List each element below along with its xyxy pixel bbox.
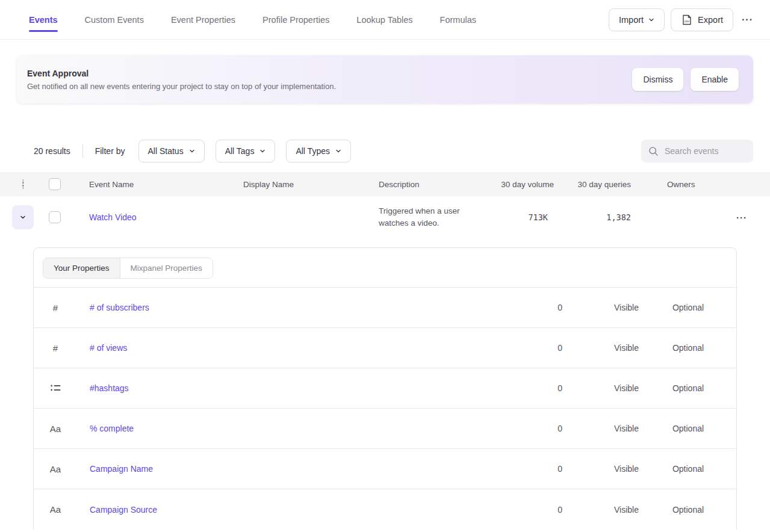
tab-events[interactable]: Events — [29, 0, 58, 39]
property-requirement: Optional — [640, 383, 736, 393]
property-volume: 0 — [514, 383, 574, 393]
results-count: 20 results — [34, 146, 70, 156]
row-checkbox[interactable] — [49, 211, 61, 223]
property-name-link[interactable]: #hashtags — [77, 383, 514, 393]
enable-button[interactable]: Enable — [691, 68, 739, 91]
header-event-name: Event Name — [89, 180, 243, 189]
property-row: # # of subscribers 0 Visible Optional — [34, 288, 736, 328]
row-overflow-menu-icon[interactable]: ··· — [722, 212, 770, 223]
import-button-label: Import — [619, 15, 644, 25]
property-volume: 0 — [514, 343, 574, 353]
property-visibility: Visible — [574, 303, 640, 312]
text-type-icon: Aa — [50, 464, 61, 474]
property-requirement: Optional — [640, 303, 736, 312]
event-30-day-volume: 713K — [488, 212, 554, 222]
property-visibility: Visible — [574, 343, 640, 353]
property-volume: 0 — [514, 464, 574, 474]
property-requirement: Optional — [640, 464, 736, 474]
properties-tab-group: Your Properties Mixpanel Properties — [43, 258, 213, 279]
property-row: Aa % complete 0 Visible Optional — [34, 409, 736, 449]
overflow-menu-icon[interactable]: ··· — [739, 11, 756, 29]
property-name-link[interactable]: # of views — [77, 343, 514, 353]
csv-file-icon: csv — [681, 14, 693, 26]
chevron-down-icon — [259, 148, 265, 154]
export-button[interactable]: csv Export — [671, 8, 733, 31]
header-display-name: Display Name — [243, 180, 379, 189]
search-icon — [648, 146, 659, 156]
properties-panel: Your Properties Mixpanel Properties # # … — [33, 247, 737, 530]
tab-event-properties[interactable]: Event Properties — [171, 0, 235, 39]
property-row: # # of views 0 Visible Optional — [34, 328, 736, 368]
tab-profile-properties[interactable]: Profile Properties — [262, 0, 329, 39]
property-requirement: Optional — [640, 505, 736, 515]
property-visibility: Visible — [574, 464, 640, 474]
chevron-down-icon — [335, 148, 341, 154]
tags-filter-dropdown[interactable]: All Tags — [216, 140, 276, 162]
property-volume: 0 — [514, 505, 574, 515]
import-button[interactable]: Import — [609, 8, 665, 31]
collapse-all-icon[interactable]: ↓↑ — [21, 179, 25, 190]
search-events-box[interactable] — [641, 140, 753, 162]
event-approval-banner: Event Approval Get notified on all new e… — [17, 55, 753, 104]
export-button-label: Export — [698, 15, 723, 25]
property-requirement: Optional — [640, 424, 736, 433]
number-type-icon: # — [53, 343, 58, 353]
property-visibility: Visible — [574, 383, 640, 393]
text-type-icon: Aa — [50, 424, 61, 434]
property-requirement: Optional — [640, 343, 736, 353]
property-volume: 0 — [514, 303, 574, 312]
events-table-header: ↓↑ Event Name Display Name Description 3… — [0, 172, 770, 196]
status-filter-dropdown[interactable]: All Status — [138, 140, 205, 162]
properties-tabs-bar: Your Properties Mixpanel Properties — [34, 248, 736, 288]
filter-bar: 20 results Filter by All Status All Tags… — [34, 140, 753, 162]
header-30-day-volume: 30 day volume — [488, 180, 554, 189]
chevron-down-icon — [189, 148, 195, 154]
property-name-link[interactable]: % complete — [77, 424, 514, 433]
event-30-day-queries: 1,382 — [554, 212, 631, 222]
event-name-link[interactable]: Watch Video — [89, 212, 137, 222]
tab-lookup-tables[interactable]: Lookup Tables — [356, 0, 412, 39]
status-filter-label: All Status — [148, 146, 184, 156]
banner-text: Event Approval Get notified on all new e… — [27, 69, 336, 91]
collapse-row-button[interactable] — [12, 205, 34, 229]
top-navigation: Events Custom Events Event Properties Pr… — [0, 0, 770, 40]
event-description: Triggered when a user watches a video. — [379, 205, 480, 229]
property-row: #hashtags 0 Visible Optional — [34, 368, 736, 409]
header-owners: Owners — [631, 180, 722, 189]
header-description: Description — [379, 180, 488, 189]
svg-text:csv: csv — [685, 19, 690, 22]
divider — [82, 144, 83, 158]
event-row-watch-video: Watch Video Triggered when a user watche… — [0, 196, 770, 238]
number-type-icon: # — [53, 303, 58, 313]
tab-formulas[interactable]: Formulas — [440, 0, 476, 39]
property-name-link[interactable]: Campaign Source — [77, 505, 514, 515]
property-row: Aa Campaign Name 0 Visible Optional — [34, 449, 736, 489]
types-filter-dropdown[interactable]: All Types — [286, 140, 351, 162]
property-name-link[interactable]: Campaign Name — [77, 464, 514, 474]
text-type-icon: Aa — [50, 504, 61, 515]
list-type-icon — [51, 384, 61, 393]
dismiss-button[interactable]: Dismiss — [632, 68, 683, 91]
banner-actions: Dismiss Enable — [632, 68, 739, 91]
select-all-checkbox[interactable] — [49, 178, 61, 190]
property-volume: 0 — [514, 424, 574, 433]
chevron-down-icon — [648, 17, 654, 23]
types-filter-label: All Types — [296, 146, 330, 156]
tags-filter-label: All Tags — [225, 146, 255, 156]
search-input[interactable] — [665, 146, 743, 156]
property-visibility: Visible — [574, 505, 640, 515]
tab-custom-events[interactable]: Custom Events — [85, 0, 144, 39]
tab-mixpanel-properties[interactable]: Mixpanel Properties — [120, 258, 213, 278]
property-name-link[interactable]: # of subscribers — [77, 303, 514, 312]
property-visibility: Visible — [574, 424, 640, 433]
filter-by-label: Filter by — [95, 146, 125, 156]
tab-your-properties[interactable]: Your Properties — [43, 258, 120, 278]
header-30-day-queries: 30 day queries — [554, 180, 631, 189]
property-row: Aa Campaign Source 0 Visible Optional — [34, 489, 736, 530]
nav-actions: Import csv Export ··· — [609, 8, 756, 31]
banner-title: Event Approval — [27, 69, 336, 78]
chevron-down-icon — [20, 214, 26, 220]
banner-description: Get notified on all new events entering … — [27, 82, 336, 91]
lexicon-tabs: Events Custom Events Event Properties Pr… — [29, 0, 476, 39]
